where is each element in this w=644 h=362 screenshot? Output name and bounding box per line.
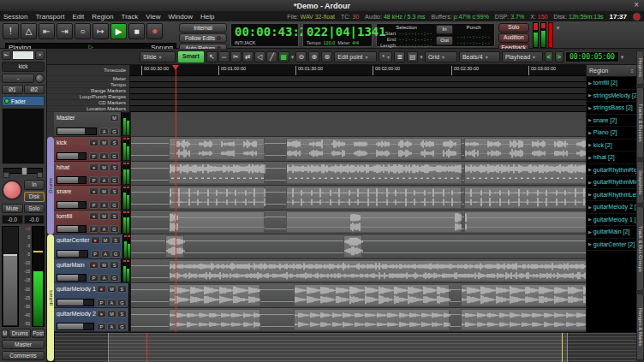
automation-button[interactable]: A bbox=[101, 250, 110, 258]
ruler-timecode[interactable]: 00:00:30:0000:01:00:0000:01:30:0000:02:0… bbox=[130, 65, 586, 76]
range-tool[interactable]: ⇔ bbox=[218, 51, 230, 62]
region-list-item[interactable]: ▶Piano [2] bbox=[587, 127, 636, 139]
tab-track-bus-groups[interactable]: Track & Bus Groups bbox=[636, 206, 644, 291]
group-button[interactable]: G bbox=[117, 323, 127, 330]
zoom-out-button[interactable]: ⊖ bbox=[295, 51, 307, 62]
toolbar-expand-icon[interactable]: ▾ bbox=[557, 25, 560, 32]
close-strip-icon[interactable]: × bbox=[35, 50, 45, 60]
audio-region[interactable] bbox=[461, 284, 586, 306]
track-gain-fader[interactable] bbox=[57, 176, 86, 184]
group-strip-guitars[interactable]: guitars bbox=[47, 234, 54, 361]
track-solo-button[interactable]: S bbox=[110, 212, 119, 220]
track-canvas-kick[interactable] bbox=[131, 137, 586, 162]
region-list-item[interactable]: ▶guitarCenter [2] bbox=[587, 239, 636, 252]
track-gain-fader[interactable] bbox=[57, 323, 94, 330]
output-master-button[interactable]: Master bbox=[2, 340, 45, 349]
record-enable-button[interactable]: ● bbox=[97, 285, 106, 293]
track-header-guitarcenter[interactable]: guitarCenter●MSPAG bbox=[54, 234, 122, 258]
track-canvas-snare[interactable] bbox=[131, 186, 586, 211]
pan-control[interactable] bbox=[2, 166, 45, 178]
zoom-to-session-button[interactable]: ⊛ bbox=[321, 51, 332, 62]
audition-tool[interactable]: ◁ bbox=[254, 51, 265, 62]
record-enable-button[interactable]: ● bbox=[89, 139, 98, 146]
stretch-tool[interactable]: ⇄ bbox=[242, 51, 253, 62]
pin-mixer-icon[interactable]: ⇤ bbox=[2, 50, 11, 60]
nudge-back-button[interactable]: < bbox=[545, 51, 553, 62]
goto-end-button[interactable]: ⇥ bbox=[57, 23, 73, 39]
menu-region[interactable]: Region bbox=[92, 13, 113, 21]
tab-tracks-busses[interactable]: Tracks & Busses bbox=[636, 87, 644, 158]
track-solo-button[interactable]: S bbox=[110, 139, 119, 146]
record-indicator-icon[interactable] bbox=[633, 13, 641, 21]
peak-display[interactable]: -0.0 bbox=[24, 215, 45, 224]
region-list-item[interactable]: ▶guitarMelody 1 [2] bbox=[587, 214, 636, 227]
track-solo-button[interactable]: S bbox=[110, 163, 119, 171]
comments-button[interactable]: Comments bbox=[2, 351, 45, 360]
region-list-item[interactable]: ▶snare [2] bbox=[587, 115, 636, 128]
playlist-button[interactable]: P bbox=[97, 299, 106, 306]
expand-icon[interactable]: ▶ bbox=[588, 180, 592, 185]
snapshot-button[interactable]: ▤ bbox=[407, 51, 418, 62]
track-mute-button[interactable]: M bbox=[99, 212, 109, 220]
audio-region[interactable] bbox=[169, 260, 586, 282]
track-mute-button[interactable]: M bbox=[99, 139, 109, 146]
zoom-in-button[interactable]: ⊕ bbox=[308, 51, 319, 62]
track-solo-button[interactable]: S bbox=[117, 310, 127, 317]
ruler-tempo[interactable] bbox=[130, 82, 586, 88]
menu-track[interactable]: Track bbox=[122, 13, 139, 21]
automation-button[interactable]: A bbox=[99, 152, 109, 160]
expand-icon[interactable]: ▶ bbox=[588, 241, 592, 246]
follow-edits-button[interactable]: Follow Edits bbox=[179, 33, 227, 43]
expand-icon[interactable]: ▶ bbox=[588, 80, 592, 86]
record-button[interactable]: ● bbox=[146, 23, 163, 39]
ruler-meter[interactable] bbox=[130, 76, 586, 82]
region-list-item[interactable]: ▶guitarMelody 2 [2] bbox=[587, 201, 636, 214]
record-enable-button[interactable]: ● bbox=[89, 163, 98, 171]
play-button[interactable]: ▶ bbox=[110, 23, 127, 39]
track-header-guitarmelody-2[interactable]: guitarMelody 2●MSPAG bbox=[54, 308, 128, 332]
menu-session[interactable]: Session bbox=[3, 13, 27, 21]
strip-name-entry[interactable] bbox=[12, 50, 34, 60]
automation-button[interactable]: A bbox=[99, 274, 109, 282]
audio-region[interactable] bbox=[461, 309, 586, 331]
grab-tool[interactable]: ↖ bbox=[206, 51, 218, 62]
track-canvas-hihat[interactable] bbox=[131, 162, 586, 187]
monitor-disk-button[interactable]: Disk bbox=[24, 192, 45, 202]
tools-expand-icon[interactable]: ▾ bbox=[291, 54, 295, 61]
audio-region[interactable] bbox=[165, 235, 184, 258]
region-list-header[interactable]: Region ≡ bbox=[587, 65, 636, 77]
track-solo-button[interactable]: S bbox=[110, 187, 119, 195]
playlist-button[interactable]: P bbox=[89, 274, 98, 282]
playhead-marker-icon[interactable] bbox=[172, 65, 179, 70]
automation-button[interactable]: A bbox=[99, 225, 109, 233]
zoom-focus-combo[interactable]: Edit point bbox=[334, 51, 377, 62]
playlist-button[interactable]: P bbox=[89, 201, 98, 209]
record-enable-button[interactable]: ● bbox=[89, 261, 98, 269]
audio-region[interactable] bbox=[169, 163, 265, 185]
loop-button[interactable]: ○ bbox=[75, 23, 91, 39]
playlist-button[interactable]: P bbox=[89, 176, 98, 184]
play-range-button[interactable]: ↦ bbox=[92, 23, 109, 39]
metronome-button[interactable]: △ bbox=[21, 23, 37, 39]
group-button[interactable]: G bbox=[110, 225, 119, 233]
playlist-button[interactable]: P bbox=[89, 152, 98, 160]
record-enable-button[interactable]: ● bbox=[89, 187, 98, 195]
edit-point-combo[interactable]: Playhead bbox=[502, 51, 543, 62]
solo-button[interactable]: Solo bbox=[498, 23, 529, 33]
track-header-tomfill[interactable]: tomfill●MSPAG bbox=[54, 211, 121, 234]
track-mute-button[interactable]: M bbox=[99, 187, 109, 195]
expand-icon[interactable]: ▶ bbox=[588, 192, 592, 197]
menu-help[interactable]: Help bbox=[200, 13, 214, 21]
audio-region[interactable] bbox=[169, 187, 265, 209]
primary-clock[interactable]: 00:00:43:25 INT/JACK bbox=[230, 23, 299, 47]
gain-display[interactable]: -0.0 bbox=[2, 215, 23, 224]
expand-icon[interactable]: ▶ bbox=[588, 155, 592, 160]
ruler-location-markers[interactable] bbox=[130, 106, 586, 112]
ruler-loop-punch-ranges[interactable] bbox=[130, 94, 586, 100]
track-canvas-guitarmelody-2[interactable] bbox=[131, 308, 586, 333]
track-mute-button[interactable]: M bbox=[101, 236, 110, 244]
group-button[interactable]: G bbox=[110, 176, 119, 184]
playlist-button[interactable]: P bbox=[91, 250, 100, 258]
automation-button[interactable]: A bbox=[107, 299, 116, 306]
edit-mode-combo[interactable]: Slide bbox=[140, 51, 176, 62]
